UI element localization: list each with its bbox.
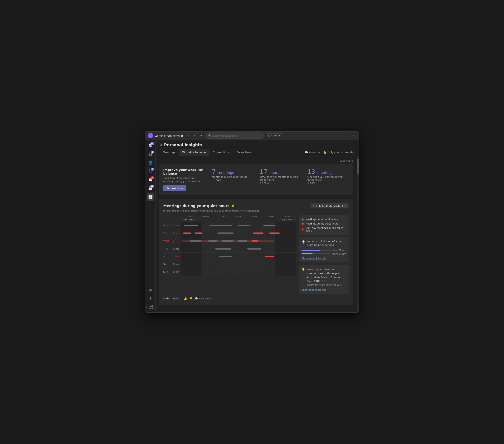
calendar-lock-icon: 🔒 [232, 204, 235, 207]
insight-text-0: You scheduled 62% of your quiet hours me… [307, 240, 346, 247]
show-trends-link-0[interactable]: Show recent trends [302, 257, 346, 260]
day-label-fri: Fri [163, 255, 173, 258]
insight-subtext-1: That's 19 hours ahead of you. [307, 284, 346, 286]
help-icon: ? [149, 297, 151, 301]
quiet-label-right: ← Quiet hours → [273, 219, 296, 221]
progress-label-0-0: You: 62% [333, 249, 346, 252]
page-title: Personal insights [164, 142, 202, 147]
time-label-0: 8 AM [181, 215, 197, 218]
quiet-label-left: ← Quiet hours → [181, 219, 204, 221]
tab-connections[interactable]: Connections [209, 149, 233, 156]
call-settings-label: Call Setti... [148, 305, 155, 309]
thumbs-up-icon: 👍 [184, 297, 187, 300]
tabs: Meetings Work-life balance Connections F… [159, 149, 305, 156]
calendar-section: Meetings during your quiet hours 🔒 ‹ | T… [159, 199, 353, 305]
sidebar-item-contact[interactable]: 👤 [146, 159, 154, 166]
maximize-button[interactable]: □ [343, 133, 350, 138]
insights-icon: 📈 [148, 195, 153, 199]
tab-work-life[interactable]: Work-life balance [179, 149, 209, 156]
sidebar-item-apps[interactable]: ⊞ [146, 286, 154, 294]
sidebar-item-calls[interactable]: 📞 2 [146, 167, 154, 175]
stat-desc-2: Meetings you hosted during quiet hours [307, 176, 349, 181]
thumbs-up-button[interactable]: 👍 [184, 297, 187, 300]
legend-card: Meetings during work hours Meetings duri… [299, 215, 349, 235]
window-title: Working from home 🏠 [155, 134, 184, 137]
last-days-label: Last 7 days [159, 160, 353, 162]
close-button[interactable]: ✕ [350, 133, 356, 138]
date-prev-button[interactable]: ‹ [312, 204, 315, 208]
helpful-label: Is this helpful? [163, 297, 181, 300]
scroll-indicator [357, 156, 359, 313]
day-hours-fri: 2 hrs [173, 255, 181, 258]
day-hours-tue: 2 hrs [173, 232, 181, 235]
tab-meetings[interactable]: Meetings [159, 149, 179, 156]
tab-focus-time[interactable]: Focus time [233, 149, 255, 156]
day-hours-wed: 16 hrs [173, 238, 181, 244]
forward-button[interactable]: › [192, 133, 197, 138]
search-icon: 🔍 [208, 134, 211, 137]
add-tab-button[interactable]: + [199, 133, 204, 138]
sidebar-item-call-settings[interactable]: 📞 Call Setti... [145, 303, 156, 311]
stat-item-1: 17 hours Time spent in meetings during q… [260, 168, 302, 185]
bulb-icon-0: 💡 [302, 240, 306, 247]
titlebar: U Working from home 🏠 ‹ › + 🔍 ⊡ Connect … [145, 132, 359, 140]
sidebar-item-calendar2[interactable]: 📆 12 [146, 184, 154, 192]
progress-row-0-1: Others: 38% [302, 252, 346, 255]
day-bars-wed [181, 237, 296, 245]
sidebar-item-team[interactable]: 👥 6 [146, 150, 154, 158]
day-label-mon: Mon [163, 224, 173, 227]
day-row-sun: Sun 0 hrs [163, 268, 296, 276]
calendar1-badge: 1 [151, 176, 154, 179]
apps-icon: ⊞ [149, 288, 152, 292]
feedback-button[interactable]: 💬 Feedback [305, 151, 320, 154]
stats-intro: Improve your work-life balance Track how… [163, 168, 206, 192]
stat-desc-1: Time spent in meetings during quiet hour… [260, 176, 302, 181]
calendar-title-row: Meetings during your quiet hours 🔒 [163, 204, 235, 208]
legend-label-0: Meetings during work hours [306, 218, 338, 221]
search-input[interactable] [213, 134, 262, 137]
set-quiet-hours-button[interactable]: Set quiet hours [163, 185, 186, 191]
calendar-header: Meetings during your quiet hours 🔒 ‹ | T… [163, 203, 349, 208]
thumbs-down-icon: 👎 [189, 297, 192, 300]
back-button[interactable]: ‹ [186, 133, 191, 138]
sidebar-item-chat[interactable]: 💬 20 [146, 142, 154, 149]
stat-trend-1: ↑ 100% [260, 182, 302, 185]
progress-fill-0-1 [302, 253, 313, 254]
tell-us-more-button[interactable]: 💬 Tell us more [195, 297, 212, 300]
bulb-icon-1: 💡 [302, 268, 306, 287]
day-row-sat: Sat 0 hrs [163, 260, 296, 268]
page-header: ⚙ Personal insights [156, 140, 359, 149]
legend-dot-0 [302, 218, 304, 221]
gear-icon[interactable]: ⚙ [159, 143, 162, 146]
tabs-actions: 💬 Feedback 🔒 Only you can see this [305, 151, 355, 154]
scroll-thumb[interactable] [358, 158, 359, 174]
thumbs-down-button[interactable]: 👎 [189, 297, 192, 300]
legend-item-2: Multi-day meetings during quiet hours [302, 227, 346, 232]
main-layout: 💬 20 👥 6 👤 📞 2 📅 1 📆 12 [145, 140, 359, 313]
day-row-wed: Wed 16 hrs [163, 237, 296, 245]
sidebar: 💬 20 👥 6 👤 📞 2 📅 1 📆 12 [145, 140, 156, 313]
stats-intro-desc: Track how often you attend meetings duri… [163, 177, 206, 183]
stat-item-2: 13 meetings Meetings you hosted during q… [307, 168, 349, 185]
progress-label-0-1: Others: 38% [332, 252, 346, 255]
feedback-row: Is this helpful? 👍 👎 💬 Tell us more [163, 294, 349, 302]
sidebar-item-help[interactable]: ? [146, 295, 154, 302]
stat-number-1: 17 hours [260, 168, 302, 176]
day-hours-thu: 0 hrs [173, 247, 181, 250]
scroll-content: Last 7 days Improve your work-life balan… [156, 156, 357, 313]
feedback-icon: 💬 [305, 151, 308, 154]
day-bars-fri [181, 253, 296, 260]
day-bars-sat [181, 260, 296, 268]
day-row-fri: Fri 2 hrs [163, 253, 296, 260]
day-hours-mon: 2 hrs [173, 224, 181, 227]
connect-button[interactable]: ⊡ Connect [266, 133, 283, 138]
minimize-button[interactable]: — [337, 133, 343, 138]
insight-card-0: 💡 You scheduled 62% of your quiet hours … [299, 237, 349, 262]
sidebar-item-insights[interactable]: 📈 [146, 193, 154, 201]
sidebar-item-calendar1[interactable]: 📅 1 [146, 176, 154, 184]
progress-bar-0-0 [302, 250, 331, 251]
show-trends-link-1[interactable]: Show recent trends [302, 288, 346, 291]
search-bar: 🔍 [206, 133, 264, 139]
day-bars-sun [181, 268, 296, 276]
date-next-button[interactable]: › [344, 204, 347, 208]
